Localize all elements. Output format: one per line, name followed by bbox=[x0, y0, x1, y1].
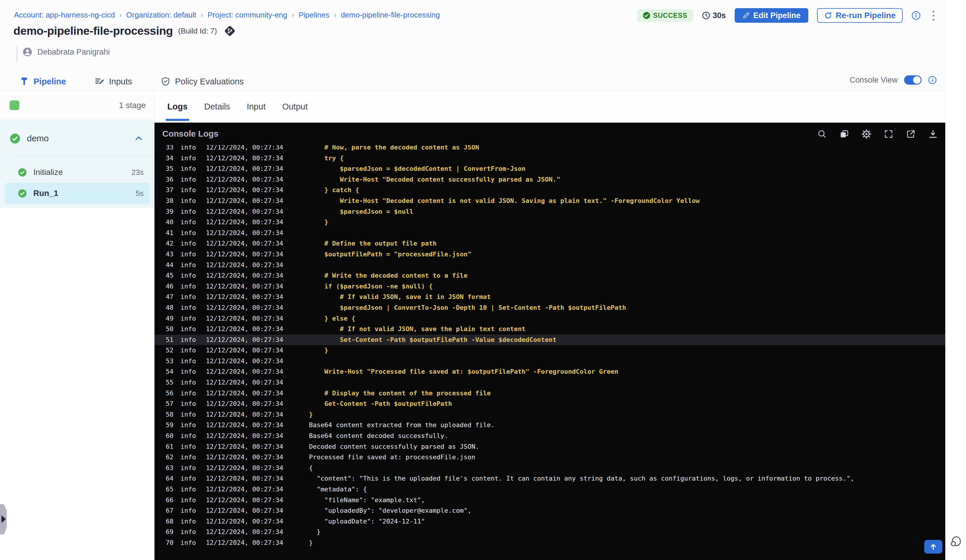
console-panel: Console Logs bbox=[154, 123, 945, 560]
support-chat-icon[interactable] bbox=[949, 535, 963, 549]
tab-pipeline[interactable]: Pipeline bbox=[19, 77, 66, 86]
search-icon[interactable] bbox=[817, 129, 827, 139]
status-badge: SUCCESS bbox=[637, 9, 693, 22]
breadcrumb-project[interactable]: Project: community-eng bbox=[208, 10, 288, 20]
log-line: 70 info 12/12/2024, 00:27:34 } bbox=[154, 537, 945, 549]
pipeline-execution-page: Account: app-harness-ng-cicd › Organizat… bbox=[0, 0, 966, 560]
log-message: Base64 content decoded successfully. bbox=[309, 431, 448, 442]
log-line-number: 57 bbox=[154, 399, 174, 409]
tab-inputs-label: Inputs bbox=[109, 77, 132, 86]
log-message: Write-Host "Decoded content successfully… bbox=[309, 174, 560, 185]
log-level: info bbox=[181, 302, 196, 313]
scroll-to-top-button[interactable] bbox=[924, 540, 942, 553]
log-message: "uploadDate": "2024-12-11" bbox=[309, 516, 425, 527]
copy-icon[interactable] bbox=[839, 129, 849, 139]
log-line: 59 info 12/12/2024, 00:27:34 Base64 cont… bbox=[154, 420, 945, 431]
breadcrumb-current-pipeline[interactable]: demo-pipeline-file-processing bbox=[341, 10, 440, 20]
step-row-initialize[interactable]: Initialize 23s bbox=[5, 162, 150, 183]
log-message: # If not valid JSON, save the plain text… bbox=[309, 324, 526, 335]
breadcrumb-organization[interactable]: Organization: default bbox=[126, 10, 196, 20]
log-level: info bbox=[181, 281, 196, 292]
log-line: 44 info 12/12/2024, 00:27:34 bbox=[154, 260, 945, 271]
log-line-number: 70 bbox=[154, 537, 174, 549]
log-timestamp: 12/12/2024, 00:27:34 bbox=[206, 207, 283, 217]
execution-actions: SUCCESS 30s Edit Pipeline Re-run Pipelin… bbox=[637, 8, 937, 23]
breadcrumb-separator: › bbox=[119, 10, 122, 20]
log-message: } bbox=[309, 409, 313, 420]
log-line-number: 48 bbox=[154, 302, 174, 313]
tab-policy-evaluations[interactable]: Policy Evaluations bbox=[161, 77, 243, 86]
tab-input[interactable]: Input bbox=[246, 92, 267, 122]
log-message: } else { bbox=[309, 313, 355, 324]
rerun-pipeline-button[interactable]: Re-run Pipeline bbox=[817, 8, 903, 23]
more-options-menu[interactable] bbox=[930, 9, 937, 23]
log-level: info bbox=[181, 431, 196, 442]
log-timestamp: 12/12/2024, 00:27:34 bbox=[206, 516, 283, 527]
log-timestamp: 12/12/2024, 00:27:34 bbox=[206, 195, 283, 207]
log-line: 52 info 12/12/2024, 00:27:34 } bbox=[154, 345, 945, 356]
breadcrumb-pipelines[interactable]: Pipelines bbox=[299, 10, 329, 20]
settings-gear-icon[interactable] bbox=[861, 129, 872, 139]
page-title: demo-pipeline-file-processing bbox=[13, 25, 173, 38]
log-timestamp: 12/12/2024, 00:27:34 bbox=[206, 527, 283, 537]
log-line: 53 info 12/12/2024, 00:27:34 bbox=[154, 356, 945, 367]
tab-details[interactable]: Details bbox=[203, 92, 231, 122]
log-timestamp: 12/12/2024, 00:27:34 bbox=[206, 420, 283, 431]
log-level: info bbox=[181, 292, 196, 302]
stage-count-label: 1 stage bbox=[119, 101, 146, 110]
log-level: info bbox=[181, 249, 196, 260]
log-line: 64 info 12/12/2024, 00:27:34 "content": … bbox=[154, 473, 945, 484]
log-line-number: 43 bbox=[154, 249, 174, 260]
log-level: info bbox=[181, 463, 196, 474]
log-scroll-area[interactable]: 33 info 12/12/2024, 00:27:34 # Now, pars… bbox=[154, 145, 945, 560]
fullscreen-icon[interactable] bbox=[883, 129, 894, 139]
duration-display: 30s bbox=[702, 11, 726, 20]
log-line: 63 info 12/12/2024, 00:27:34 { bbox=[154, 463, 945, 474]
log-level: info bbox=[181, 174, 196, 185]
log-level: info bbox=[181, 495, 196, 506]
log-line: 51 info 12/12/2024, 00:27:34 Set-Content… bbox=[154, 335, 945, 345]
tab-logs[interactable]: Logs bbox=[166, 92, 189, 122]
log-line-number: 44 bbox=[154, 260, 174, 271]
console-view-toggle[interactable] bbox=[904, 76, 922, 85]
log-level: info bbox=[181, 506, 196, 516]
log-line-number: 69 bbox=[154, 527, 174, 537]
log-level: info bbox=[181, 537, 196, 549]
info-icon[interactable] bbox=[912, 11, 921, 20]
log-timestamp: 12/12/2024, 00:27:34 bbox=[206, 217, 283, 228]
log-message: } bbox=[309, 345, 328, 356]
log-timestamp: 12/12/2024, 00:27:34 bbox=[206, 324, 283, 335]
main-split: 1 stage demo bbox=[0, 91, 945, 560]
log-line: 36 info 12/12/2024, 00:27:34 Write-Host … bbox=[154, 174, 945, 185]
stage-row-demo[interactable]: demo bbox=[0, 120, 154, 157]
trigger-author-row: Debabrata Panigrahi bbox=[22, 47, 110, 57]
log-message: $parsedJson = $decodedContent | ConvertF… bbox=[309, 164, 526, 174]
tab-output[interactable]: Output bbox=[281, 92, 309, 122]
tab-inputs[interactable]: Inputs bbox=[95, 77, 132, 86]
step-row-run-1[interactable]: Run_1 5s bbox=[5, 183, 150, 204]
stage-status-square bbox=[10, 100, 19, 110]
pipeline-icon bbox=[19, 77, 29, 86]
open-in-new-icon[interactable] bbox=[905, 129, 916, 139]
log-level: info bbox=[181, 484, 196, 495]
log-timestamp: 12/12/2024, 00:27:34 bbox=[206, 442, 283, 452]
stage-group: demo Initialize 23s bbox=[0, 120, 154, 208]
log-message: "fileName": "example.txt", bbox=[309, 495, 425, 506]
chevron-up-icon[interactable] bbox=[134, 134, 143, 143]
step-duration: 5s bbox=[136, 189, 144, 198]
log-line-number: 40 bbox=[154, 217, 174, 228]
log-timestamp: 12/12/2024, 00:27:34 bbox=[206, 409, 283, 420]
status-text: SUCCESS bbox=[653, 11, 687, 20]
edit-pipeline-label: Edit Pipeline bbox=[753, 11, 801, 20]
breadcrumb-account[interactable]: Account: app-harness-ng-cicd bbox=[14, 10, 115, 20]
log-level: info bbox=[181, 473, 196, 484]
log-line-number: 46 bbox=[154, 281, 174, 292]
edit-pipeline-button[interactable]: Edit Pipeline bbox=[735, 8, 808, 23]
log-line-number: 42 bbox=[154, 238, 174, 249]
download-icon[interactable] bbox=[928, 129, 938, 139]
log-line: 68 info 12/12/2024, 00:27:34 "uploadDate… bbox=[154, 516, 945, 527]
step-details-tabs: Logs Details Input Output bbox=[154, 91, 945, 123]
tab-policy-evaluations-label: Policy Evaluations bbox=[175, 77, 243, 86]
drawer-expand-handle[interactable] bbox=[0, 504, 7, 534]
console-view-info-icon[interactable] bbox=[928, 76, 937, 84]
